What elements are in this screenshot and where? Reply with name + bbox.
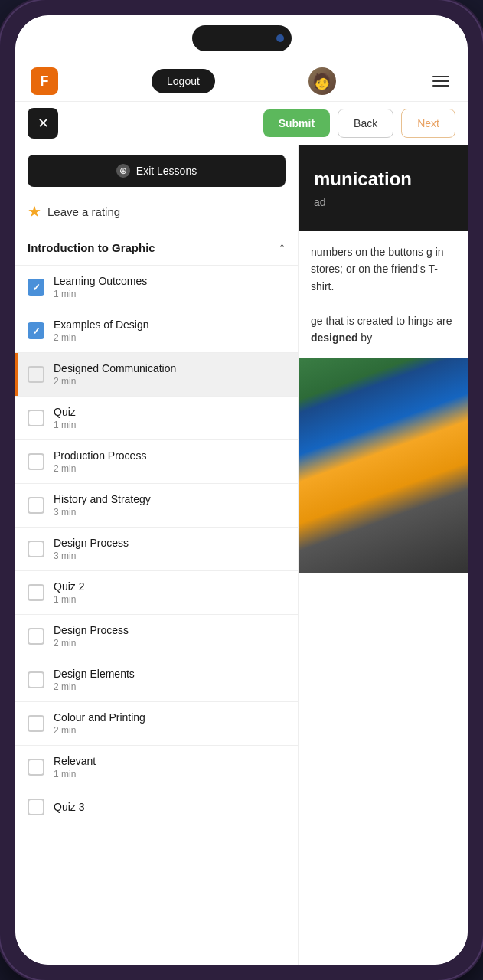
lesson-item[interactable]: Design Elements2 min (15, 658, 298, 702)
hamburger-line-3 (432, 85, 449, 87)
lesson-info: History and Strategy3 min (54, 493, 151, 518)
next-button[interactable]: Next (401, 109, 455, 138)
hamburger-line-2 (432, 80, 449, 82)
lesson-info: Design Process2 min (54, 624, 129, 648)
lesson-name: Examples of Design (54, 318, 149, 331)
collapse-icon[interactable]: ↑ (279, 240, 286, 256)
camera-dot (276, 34, 284, 42)
hero-section: munication ad (299, 145, 468, 231)
lesson-checkbox[interactable] (28, 799, 44, 815)
app-icon: F (31, 67, 58, 95)
lesson-item[interactable]: Production Process2 min (15, 440, 298, 484)
lesson-duration: 1 min (54, 769, 96, 779)
lesson-checkbox[interactable] (28, 497, 44, 514)
lesson-checkbox[interactable] (28, 366, 44, 383)
lesson-duration: 2 min (54, 681, 135, 692)
lesson-duration: 1 min (54, 594, 84, 605)
lesson-info: Production Process2 min (54, 449, 146, 474)
exit-lessons-button[interactable]: ⊕ Exit Lessons (28, 155, 286, 187)
lesson-duration: 2 min (54, 463, 146, 474)
rating-row[interactable]: ★ Leave a rating (15, 196, 298, 230)
close-icon: ✕ (38, 115, 49, 132)
lesson-name: Production Process (54, 449, 146, 462)
submit-button[interactable]: Submit (263, 109, 330, 137)
lesson-duration: 2 min (54, 638, 129, 648)
lesson-item[interactable]: Examples of Design2 min (15, 309, 298, 353)
content-bold: designed (311, 332, 357, 344)
lesson-item[interactable]: Quiz1 min (15, 397, 298, 440)
toolbar: ✕ Submit Back Next (15, 102, 468, 145)
logout-button[interactable]: Logout (152, 69, 215, 93)
lesson-item[interactable]: Quiz 3 (15, 789, 298, 825)
lesson-info: Quiz1 min (54, 406, 76, 430)
rating-label: Leave a rating (47, 205, 120, 218)
lesson-checkbox[interactable] (28, 628, 44, 645)
lesson-checkbox[interactable] (28, 279, 44, 296)
fabric-image-container (299, 358, 468, 573)
hero-title: munication (314, 168, 452, 190)
lesson-duration: 1 min (54, 289, 147, 299)
lesson-item[interactable]: Colour and Printing2 min (15, 702, 298, 746)
lesson-checkbox[interactable] (28, 541, 44, 557)
lesson-name: Quiz 3 (54, 801, 84, 813)
lessons-list: Learning Outcomes1 minExamples of Design… (15, 266, 298, 825)
lesson-info: Learning Outcomes1 min (54, 275, 147, 299)
lesson-item[interactable]: Learning Outcomes1 min (15, 266, 298, 309)
lesson-item[interactable]: Quiz 21 min (15, 571, 298, 615)
lesson-checkbox[interactable] (28, 322, 44, 339)
lesson-info: Quiz 3 (54, 801, 84, 813)
close-button[interactable]: ✕ (28, 108, 58, 139)
lesson-checkbox[interactable] (28, 584, 44, 601)
content-body: numbers on the buttons g in stores; or o… (299, 231, 468, 358)
lesson-duration: 3 min (54, 507, 151, 518)
fabric-image (299, 358, 468, 573)
avatar: 🧑 (308, 67, 336, 95)
lesson-checkbox[interactable] (28, 453, 44, 470)
content-text-3: by (361, 332, 372, 344)
lesson-info: Quiz 21 min (54, 580, 84, 605)
back-button[interactable]: Back (338, 109, 393, 138)
lesson-info: Design Process3 min (54, 537, 129, 561)
lesson-name: Relevant (54, 755, 96, 767)
lesson-info: Relevant1 min (54, 755, 96, 779)
lesson-item[interactable]: Relevant1 min (15, 746, 298, 789)
lesson-item[interactable]: Designed Communication2 min (15, 353, 298, 397)
lesson-name: Quiz (54, 406, 76, 418)
lesson-checkbox[interactable] (28, 671, 44, 688)
phone-screen: F Logout 🧑 ✕ Submit Back Next (15, 15, 468, 965)
lesson-duration: 2 min (54, 376, 176, 387)
lesson-checkbox[interactable] (28, 759, 44, 776)
star-icon: ★ (28, 202, 41, 220)
course-title: Introduction to Graphic (28, 241, 155, 254)
lesson-info: Design Elements2 min (54, 668, 135, 692)
lesson-name: Design Process (54, 537, 129, 549)
lesson-name: Quiz 2 (54, 580, 84, 593)
lesson-checkbox[interactable] (28, 410, 44, 426)
notch (192, 25, 292, 51)
exit-circle-icon: ⊕ (116, 164, 130, 178)
lesson-info: Examples of Design2 min (54, 318, 149, 343)
exit-lessons-label: Exit Lessons (136, 165, 197, 177)
content-panel: munication ad numbers on the buttons g i… (299, 145, 468, 965)
lesson-name: Design Elements (54, 668, 135, 680)
lesson-item[interactable]: History and Strategy3 min (15, 484, 298, 528)
hero-subtitle: ad (314, 196, 452, 208)
sidebar: ⊕ Exit Lessons ★ Leave a rating Introduc… (15, 145, 299, 965)
lesson-duration: 2 min (54, 332, 149, 343)
lesson-item[interactable]: Design Process2 min (15, 615, 298, 658)
lesson-checkbox[interactable] (28, 715, 44, 732)
lesson-info: Colour and Printing2 min (54, 711, 145, 736)
content-text-2: ge that is created to hings are (311, 315, 452, 327)
content-paragraph-1: numbers on the buttons g in stores; or o… (311, 243, 455, 295)
notch-area (15, 15, 468, 61)
lesson-duration: 3 min (54, 550, 129, 561)
lesson-name: Designed Communication (54, 362, 176, 374)
exit-icon: ⊕ (119, 165, 127, 176)
course-header: Introduction to Graphic ↑ (15, 230, 298, 266)
main-content: ⊕ Exit Lessons ★ Leave a rating Introduc… (15, 145, 468, 965)
lesson-item[interactable]: Design Process3 min (15, 528, 298, 571)
hamburger-menu-button[interactable] (429, 73, 452, 90)
lesson-name: Colour and Printing (54, 711, 145, 724)
lesson-name: Design Process (54, 624, 129, 636)
lesson-name: History and Strategy (54, 493, 151, 505)
